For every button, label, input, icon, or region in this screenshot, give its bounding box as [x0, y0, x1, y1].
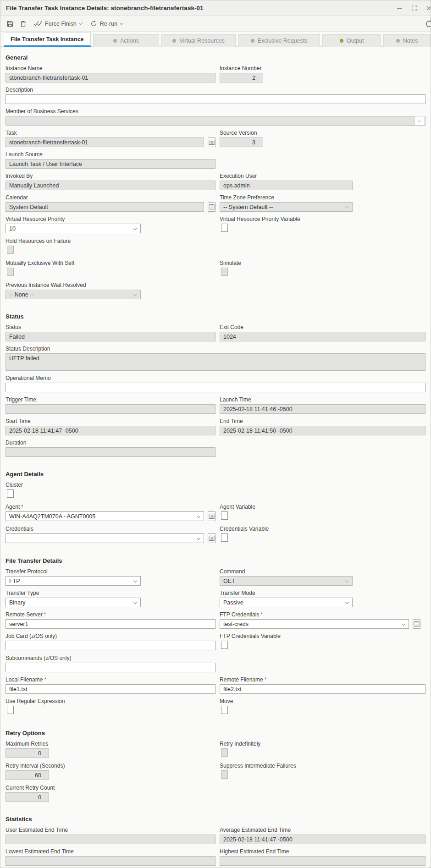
- required-marker: *: [44, 676, 46, 683]
- job-card-input[interactable]: [6, 641, 216, 650]
- transfer-protocol-select[interactable]: FTP: [6, 576, 141, 586]
- source-version-label: Source Version: [220, 130, 263, 136]
- chevron-down-icon: [133, 579, 137, 582]
- ftp-credentials-label: FTP Credentials*: [220, 611, 420, 618]
- chevron-down-icon: [345, 579, 349, 582]
- cluster-checkbox[interactable]: [7, 489, 14, 498]
- credentials-variable-checkbox[interactable]: [221, 533, 228, 542]
- field-description: Description: [6, 87, 425, 104]
- chevron-down-icon: [120, 21, 123, 25]
- ftp-credentials-details-icon[interactable]: [413, 619, 420, 629]
- virtual-resource-priority-variable-label: Virtual Resource Priority Variable: [220, 216, 300, 222]
- tab-output[interactable]: Output: [322, 34, 381, 47]
- subcommands-input[interactable]: [6, 663, 216, 672]
- field-duration: Duration: [6, 439, 216, 457]
- cluster-label: Cluster: [6, 482, 23, 488]
- double-check-icon: [33, 21, 42, 27]
- save-icon[interactable]: [6, 20, 14, 28]
- local-filename-input[interactable]: [6, 684, 216, 694]
- remote-server-input[interactable]: [6, 619, 216, 629]
- refresh-icon[interactable]: [425, 20, 431, 28]
- field-agent-variable: Agent Variable: [220, 504, 255, 522]
- field-instance-name: Instance Name: [6, 65, 220, 82]
- highest-estimated-end-time-input: [220, 856, 425, 866]
- required-marker: *: [21, 504, 23, 510]
- required-marker: *: [260, 611, 263, 618]
- delete-icon[interactable]: [19, 20, 27, 28]
- instance-number-label: Instance Number: [220, 65, 263, 71]
- field-subcommands: Subcommands (z/OS only): [6, 655, 216, 672]
- field-suppress-intermediate-failures: Suppress Intermediate Failures: [220, 763, 296, 780]
- field-remote-server: Remote Server*: [6, 611, 220, 629]
- member-of-business-services-label: Member of Business Services: [6, 108, 425, 115]
- tab-label: Output: [347, 38, 364, 44]
- section-status: Status: [6, 313, 425, 320]
- dropdown-button[interactable]: [414, 116, 425, 126]
- field-ftp-credentials: FTP Credentials* test-creds: [220, 611, 420, 629]
- status-input: [6, 332, 216, 341]
- transfer-mode-label: Transfer Mode: [220, 590, 353, 596]
- rerun-button[interactable]: Re-run: [88, 19, 125, 28]
- ftp-credentials-variable-label: FTP Credentials Variable: [220, 633, 281, 639]
- field-transfer-mode: Transfer Mode Passive: [220, 590, 353, 607]
- field-launch-source: Launch Source: [6, 151, 216, 169]
- average-estimated-end-time-label: Average Estimated End Time: [220, 827, 425, 833]
- ftp-credentials-select[interactable]: test-creds: [220, 619, 409, 629]
- virtual-resource-priority-select[interactable]: 10: [6, 224, 141, 233]
- duration-label: Duration: [6, 439, 216, 446]
- agent-details-icon[interactable]: [208, 511, 216, 521]
- hold-resources-on-failure-label: Hold Resources on Failure: [6, 238, 71, 244]
- maximum-retries-label: Maximum Retries: [6, 741, 220, 747]
- chevron-down-icon: [79, 21, 83, 25]
- retry-indefinitely-label: Retry Indefinitely: [220, 741, 260, 747]
- credentials-select[interactable]: [6, 533, 204, 543]
- remote-filename-label: Remote Filename*: [220, 676, 425, 683]
- field-job-card: Job Card (z/OS only): [6, 633, 220, 650]
- agent-select[interactable]: WIN-A4AQ2TM070A - AGNT0005: [6, 511, 204, 521]
- chevron-down-icon: [133, 226, 137, 230]
- move-checkbox[interactable]: [221, 706, 228, 714]
- transfer-mode-select[interactable]: Passive: [220, 598, 353, 607]
- tab-virtual-resources[interactable]: Virtual Resources: [161, 34, 236, 47]
- field-virtual-resource-priority: Virtual Resource Priority 10: [6, 216, 220, 233]
- transfer-type-select[interactable]: Binary: [6, 598, 141, 607]
- section-general: General: [6, 54, 425, 61]
- tab-notes[interactable]: Notes: [383, 34, 431, 47]
- tab-file-transfer-task-instance[interactable]: File Transfer Task Instance: [4, 33, 91, 47]
- required-marker: *: [265, 676, 267, 683]
- tab-actions[interactable]: Actions: [93, 34, 160, 47]
- simulate-checkbox: [221, 268, 228, 276]
- tab-label: Exclusive Requests: [258, 38, 308, 44]
- operational-memo-input[interactable]: [6, 383, 425, 392]
- minimize-icon[interactable]: [396, 5, 403, 12]
- agent-label: Agent*: [6, 504, 220, 510]
- agent-variable-checkbox[interactable]: [221, 511, 228, 520]
- credentials-details-icon[interactable]: [208, 533, 216, 543]
- local-filename-label: Local Filename*: [6, 676, 220, 683]
- description-input[interactable]: [6, 94, 425, 104]
- force-finish-button[interactable]: Force Finish: [32, 20, 84, 28]
- ftp-credentials-variable-checkbox[interactable]: [221, 641, 228, 649]
- simulate-label: Simulate: [220, 260, 241, 266]
- close-icon[interactable]: [425, 5, 431, 12]
- remote-filename-input[interactable]: [220, 684, 425, 694]
- retry-interval-input: [6, 770, 49, 780]
- maximize-icon[interactable]: [410, 5, 418, 12]
- force-finish-label: Force Finish: [45, 21, 77, 27]
- task-details-icon[interactable]: [208, 137, 216, 147]
- field-agent: Agent* WIN-A4AQ2TM070A - AGNT0005: [6, 504, 220, 521]
- lowest-estimated-end-time-label: Lowest Estimated End Time: [6, 848, 220, 855]
- section-retry-options: Retry Options: [6, 730, 425, 736]
- chevron-down-icon: [133, 292, 137, 296]
- field-execution-user: Execution User: [220, 173, 353, 190]
- field-highest-estimated-end-time: Highest Estimated End Time: [220, 848, 425, 866]
- maximum-retries-input: [6, 748, 49, 758]
- move-label: Move: [220, 698, 233, 704]
- field-use-regular-expression: Use Regular Expression: [6, 698, 220, 716]
- field-time-zone-preference: Time Zone Preference -- System Default -…: [220, 194, 353, 212]
- virtual-resource-priority-variable-checkbox[interactable]: [221, 224, 228, 232]
- use-regular-expression-checkbox[interactable]: [7, 706, 14, 714]
- tab-exclusive-requests[interactable]: Exclusive Requests: [238, 34, 320, 47]
- end-time-input: [220, 426, 425, 435]
- calendar-details-icon[interactable]: [208, 202, 216, 212]
